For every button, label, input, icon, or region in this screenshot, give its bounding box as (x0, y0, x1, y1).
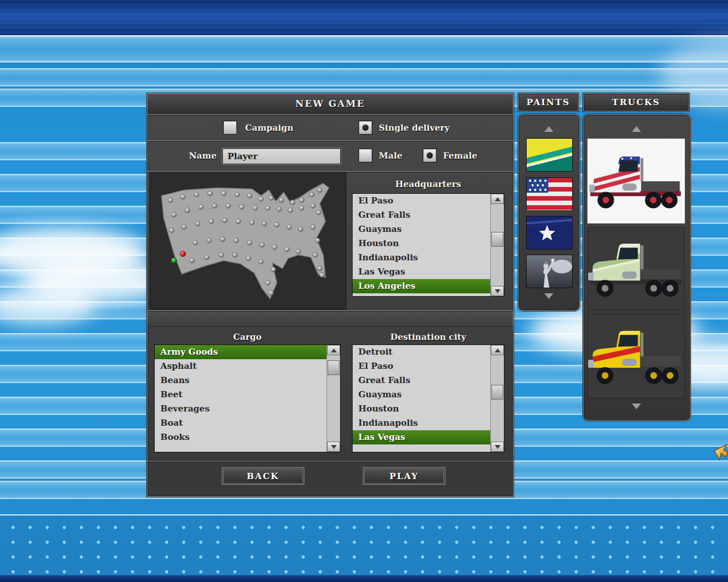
list-item[interactable]: El Paso (353, 359, 490, 373)
separator-strip (147, 310, 513, 327)
headquarters-listbox: El PasoGreat FallsGuaymasHoustonIndianap… (352, 193, 504, 297)
scroll-down-button[interactable] (491, 442, 504, 452)
radio-dot (362, 124, 369, 131)
trucks-scroll-up-icon[interactable] (632, 126, 641, 132)
footer-navy-bar (0, 575, 728, 582)
list-item[interactable]: Army Goods (155, 345, 326, 359)
name-input[interactable] (222, 148, 341, 164)
scroll-down-button[interactable] (491, 286, 504, 296)
list-item[interactable]: Las Vegas (353, 430, 490, 444)
trucks-panel (583, 114, 690, 421)
sky-stripe (0, 68, 728, 86)
truck-thumb-green[interactable] (588, 227, 685, 310)
paints-scroll-up-icon[interactable] (544, 126, 553, 132)
arrow-down-icon (495, 289, 500, 293)
mouse-cursor (714, 443, 728, 462)
scroll-up-button[interactable] (491, 194, 504, 204)
top-navy-bar (0, 0, 728, 36)
cargo-destination-section: Cargo Army GoodsAsphaltBeansBeetBeverage… (147, 326, 513, 461)
arrow-down-icon (495, 445, 500, 449)
scroll-up-button[interactable] (327, 345, 340, 355)
headquarters-heading: Headquarters (352, 177, 504, 191)
destination-listbox: DetroitEl PasoGreat FallsGuaymasHoustonI… (352, 344, 504, 452)
arrow-up-icon (331, 348, 337, 352)
headquarters-scrollbar[interactable] (490, 194, 504, 296)
list-item[interactable]: Houston (353, 236, 490, 251)
list-item[interactable]: Indianapolis (353, 416, 490, 430)
cargo-listbox: Army GoodsAsphaltBeansBeetBeveragesBoatB… (154, 344, 341, 452)
scrollbar-thumb[interactable] (491, 385, 503, 400)
campaign-label: Campaign (245, 120, 293, 135)
sky-stripe (0, 35, 728, 63)
truck-thumb-yellow[interactable] (588, 314, 685, 398)
destination-scrollbar[interactable] (490, 345, 504, 452)
usa-map-image (150, 173, 346, 309)
map-section: Headquarters El PasoGreat FallsGuaymasHo… (147, 171, 513, 311)
trucks-panel-title: TRUCKS (583, 93, 689, 111)
list-item[interactable]: Asphalt (155, 359, 326, 373)
male-label: Male (379, 148, 403, 163)
play-button[interactable]: PLAY (363, 468, 445, 484)
male-checkbox[interactable] (358, 148, 373, 163)
list-item[interactable]: El Paso (353, 194, 490, 208)
list-item[interactable]: Guaymas (353, 222, 490, 236)
truck-thumb-flag[interactable] (588, 139, 685, 223)
scrollbar-track[interactable] (491, 204, 504, 286)
radio-dot (427, 152, 433, 159)
button-row: BACK PLAY (147, 461, 513, 496)
game-mode-row: Campaign Single delivery (147, 114, 513, 141)
list-item[interactable]: Boat (155, 416, 326, 430)
list-item[interactable]: Great Falls (353, 373, 490, 388)
scrollbar-track[interactable] (491, 355, 504, 442)
cargo-list[interactable]: Army GoodsAsphaltBeansBeetBeveragesBoatB… (155, 345, 326, 452)
list-item[interactable]: Beet (155, 388, 326, 402)
scrollbar-thumb[interactable] (491, 232, 503, 247)
paints-panel-title: PAINTS (518, 93, 578, 111)
arrow-up-icon (495, 348, 500, 352)
paints-panel (518, 114, 580, 311)
destination-city-dot (180, 251, 186, 257)
arrow-down-icon (331, 445, 337, 449)
list-item[interactable]: Detroit (353, 345, 490, 359)
paint-swatch-statue-liberty[interactable] (526, 255, 573, 288)
list-item[interactable]: Books (155, 430, 326, 444)
list-item[interactable]: Las Vegas (353, 265, 490, 279)
list-item[interactable]: Great Falls (353, 208, 490, 222)
usa-map[interactable] (150, 173, 346, 310)
arrow-up-icon (495, 197, 500, 201)
list-item[interactable]: Beverages (155, 402, 326, 416)
list-item[interactable]: Los Angeles (353, 279, 490, 293)
trucks-scroll-down-icon[interactable] (632, 404, 641, 409)
game-screen: NEW GAME Campaign Single delivery Name M… (0, 0, 728, 582)
cargo-scrollbar[interactable] (326, 345, 340, 452)
paint-swatch-blue-star[interactable] (526, 216, 573, 250)
female-label: Female (443, 148, 477, 163)
destination-list[interactable]: DetroitEl PasoGreat FallsGuaymasHoustonI… (353, 345, 490, 452)
scrollbar-thumb[interactable] (328, 360, 340, 375)
list-item[interactable]: Houston (353, 402, 490, 416)
scroll-up-button[interactable] (491, 345, 504, 355)
single-delivery-radio[interactable] (358, 120, 373, 135)
female-radio[interactable] (423, 148, 437, 163)
paint-swatch-us-flag[interactable] (526, 177, 573, 211)
list-item[interactable]: Guaymas (353, 388, 490, 402)
headquarters-list[interactable]: El PasoGreat FallsGuaymasHoustonIndianap… (353, 194, 490, 296)
single-delivery-label: Single delivery (379, 120, 450, 135)
back-button[interactable]: BACK (222, 468, 304, 484)
name-label: Name (180, 148, 217, 163)
dialog-title: NEW GAME (147, 94, 513, 114)
name-row: Name Male Female (147, 140, 513, 172)
scroll-down-button[interactable] (327, 442, 340, 452)
list-item[interactable]: Beans (155, 373, 326, 388)
campaign-checkbox[interactable] (223, 120, 237, 135)
new-game-dialog: NEW GAME Campaign Single delivery Name M… (147, 93, 514, 497)
list-item[interactable]: Indianapolis (353, 251, 490, 265)
destination-heading: Destination city (352, 330, 504, 344)
headquarters-city-dot (171, 258, 177, 264)
paint-swatch-yellow-green[interactable] (526, 138, 573, 172)
scrollbar-track[interactable] (327, 355, 340, 442)
cargo-heading: Cargo (154, 330, 341, 344)
paints-scroll-down-icon[interactable] (544, 293, 553, 299)
bottom-dot-band (0, 514, 728, 576)
